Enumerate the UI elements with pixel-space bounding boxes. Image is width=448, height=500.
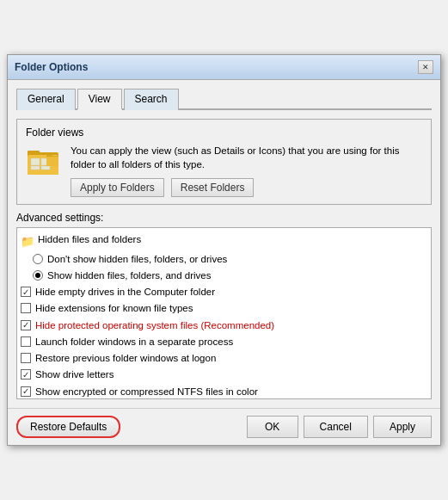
ok-button[interactable]: OK [247, 416, 298, 438]
folder-views-description: You can apply the view (such as Details … [71, 144, 422, 171]
title-bar-controls: ✕ [418, 60, 433, 74]
settings-item-text: Show hidden files, folders, and drives [47, 269, 212, 283]
svg-rect-5 [31, 166, 40, 170]
settings-item-launch-separate[interactable]: Launch folder windows in a separate proc… [17, 334, 431, 350]
svg-rect-1 [28, 151, 40, 155]
folder-views-section: Folder views [16, 119, 432, 205]
folder-views-label: Folder views [26, 127, 422, 139]
settings-list-container[interactable]: 📁Hidden files and foldersDon't show hidd… [16, 227, 432, 399]
folder-options-dialog: Folder Options ✕ General View Search Fol… [7, 54, 441, 446]
settings-item-text: Show encrypted or compressed NTFS files … [35, 385, 258, 399]
settings-item-hide-extensions[interactable]: Hide extensions for known file types [17, 300, 431, 317]
svg-rect-6 [41, 166, 50, 170]
checkbox-icon [21, 303, 31, 313]
settings-list: 📁Hidden files and foldersDon't show hidd… [17, 228, 431, 399]
advanced-label: Advanced settings: [16, 212, 432, 224]
restore-defaults-button[interactable]: Restore Defaults [16, 416, 120, 438]
checkbox-icon [21, 353, 31, 363]
settings-item-text: Hide protected operating system files (R… [35, 318, 274, 333]
apply-button[interactable]: Apply [373, 416, 432, 438]
checkbox-icon: ✓ [21, 386, 31, 397]
tab-general[interactable]: General [16, 89, 76, 110]
svg-rect-3 [31, 158, 40, 165]
folder-views-content: You can apply the view (such as Details … [26, 144, 422, 197]
radio-icon [33, 254, 43, 264]
settings-item-text: Launch folder windows in a separate proc… [35, 335, 233, 349]
checkbox-icon: ✓ [21, 369, 31, 380]
title-bar: Folder Options ✕ [8, 55, 440, 80]
tab-search[interactable]: Search [124, 89, 179, 110]
folder-icon [26, 144, 62, 180]
tab-bar: General View Search [16, 87, 432, 110]
settings-item-show-encrypted[interactable]: ✓Show encrypted or compressed NTFS files… [17, 384, 431, 400]
settings-item-text: Hidden files and folders [38, 232, 141, 247]
settings-item-text: Show drive letters [35, 367, 114, 382]
reset-folders-button[interactable]: Reset Folders [171, 178, 255, 197]
settings-item-dont-show-hidden[interactable]: Don't show hidden files, folders, or dri… [17, 251, 431, 268]
checkbox-icon: ✓ [21, 320, 31, 330]
settings-item-text: Restore previous folder windows at logon [35, 351, 216, 366]
settings-item-text: Don't show hidden files, folders, or dri… [47, 252, 227, 267]
cancel-button[interactable]: Cancel [304, 416, 368, 438]
dialog-title: Folder Options [15, 61, 88, 73]
settings-item-text: Hide empty drives in the Computer folder [35, 285, 215, 299]
settings-item-hidden-files-cat[interactable]: 📁Hidden files and folders [17, 231, 431, 251]
settings-item-text: Hide extensions for known file types [35, 301, 193, 316]
folder-views-right: You can apply the view (such as Details … [71, 144, 422, 197]
settings-item-show-hidden[interactable]: Show hidden files, folders, and drives [17, 268, 431, 284]
settings-item-hide-protected[interactable]: ✓Hide protected operating system files (… [17, 318, 431, 334]
folder-yellow-icon: 📁 [21, 233, 34, 250]
bottom-bar: Restore Defaults OK Cancel Apply [8, 408, 440, 445]
folder-view-buttons: Apply to Folders Reset Folders [71, 178, 422, 197]
settings-item-hide-empty-drives[interactable]: ✓Hide empty drives in the Computer folde… [17, 284, 431, 300]
dialog-content: General View Search Folder views [8, 80, 440, 408]
svg-rect-9 [46, 157, 58, 166]
close-button[interactable]: ✕ [418, 60, 433, 74]
apply-to-folders-button[interactable]: Apply to Folders [71, 178, 164, 197]
checkbox-icon [21, 336, 31, 347]
advanced-settings-section: Advanced settings: 📁Hidden files and fol… [16, 212, 432, 399]
settings-item-restore-previous[interactable]: Restore previous folder windows at logon [17, 350, 431, 367]
radio-icon [33, 270, 43, 281]
tab-view[interactable]: View [77, 89, 122, 110]
settings-item-show-drive-letters[interactable]: ✓Show drive letters [17, 367, 431, 383]
checkbox-icon: ✓ [21, 287, 31, 297]
